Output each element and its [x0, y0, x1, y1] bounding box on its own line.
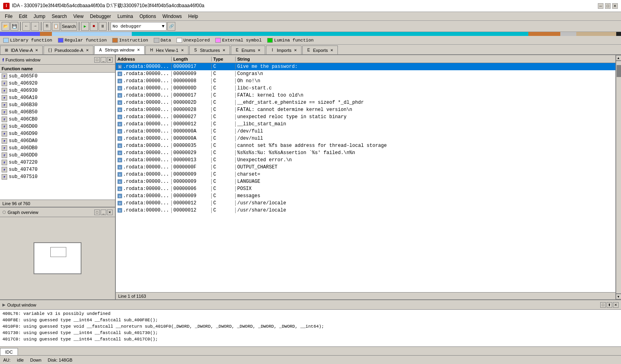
- tab-imports[interactable]: I Imports ✕: [266, 46, 302, 54]
- function-row[interactable]: fsub_406DA0: [0, 137, 115, 144]
- string-row[interactable]: s .rodata:00000... 00000017 C Give me th…: [116, 63, 615, 70]
- function-row[interactable]: fsub_406920: [0, 80, 115, 87]
- tab-close-ida-view-a[interactable]: ✕: [34, 48, 39, 53]
- save-button[interactable]: 💾: [10, 22, 18, 31]
- menu-view[interactable]: View: [70, 13, 87, 20]
- functions-panel-minimize[interactable]: _: [101, 57, 106, 63]
- function-row[interactable]: fsub_406DD0: [0, 152, 115, 159]
- string-row[interactable]: s .rodata:00000... 00000027 C unexpected…: [116, 113, 615, 121]
- function-row[interactable]: fsub_406D00: [0, 123, 115, 130]
- function-row[interactable]: fsub_407220: [0, 159, 115, 166]
- string-type: C: [212, 150, 236, 156]
- pause-button[interactable]: ⏸: [99, 22, 107, 31]
- tab-structures[interactable]: S Structures ✕: [189, 46, 230, 54]
- string-row[interactable]: s .rodata:00000... 00000013 C Unexpected…: [116, 156, 615, 164]
- forward-button[interactable]: →: [31, 22, 39, 31]
- string-row[interactable]: s .rodata:00000... 00000009 C messages: [116, 192, 615, 200]
- tab-close-exports[interactable]: ✕: [329, 48, 334, 53]
- function-row[interactable]: fsub_406930: [0, 87, 115, 94]
- output-panel-float[interactable]: □: [600, 302, 606, 308]
- menu-options[interactable]: Options: [136, 13, 159, 20]
- function-row[interactable]: fsub_406B30: [0, 101, 115, 109]
- window-controls[interactable]: ─ □ ✕: [598, 3, 618, 9]
- restore-button[interactable]: □: [605, 3, 611, 9]
- string-row[interactable]: s .rodata:00000... 00000009 C Congras\n: [116, 70, 615, 77]
- string-row[interactable]: s .rodata:00000... 0000000A C /dev/null: [116, 135, 615, 142]
- menu-help[interactable]: Help: [185, 13, 201, 20]
- function-row[interactable]: fsub_406A10: [0, 94, 115, 101]
- string-row[interactable]: s .rodata:00000... 00000012 C /usr/share…: [116, 200, 615, 207]
- functions-list[interactable]: fsub_4065F0fsub_406920fsub_406930fsub_40…: [0, 73, 115, 200]
- right-scrollbar[interactable]: ▲ ▼: [615, 55, 621, 299]
- tab-hex-view-1[interactable]: H Hex View-1 ✕: [145, 46, 188, 54]
- tab-close-enums[interactable]: ✕: [257, 48, 262, 53]
- string-row[interactable]: s .rodata:00000... 0000000A C /dev/full: [116, 128, 615, 135]
- tab-strings-window[interactable]: A Strings window ✕: [94, 46, 145, 54]
- output-panel-maximize[interactable]: ⬆: [607, 302, 612, 308]
- graph-panel-close[interactable]: ✕: [107, 210, 113, 215]
- copy-button[interactable]: ⎘: [43, 22, 51, 31]
- string-row[interactable]: s .rodata:00000... 00000029 C %s%s%s:%u:…: [116, 149, 615, 156]
- graph-panel-float[interactable]: □: [94, 210, 100, 215]
- tab-pseudocode-a[interactable]: { } Pseudocode-A ✕: [44, 46, 93, 54]
- menu-lumina[interactable]: Lumina: [114, 13, 136, 20]
- back-button[interactable]: ←: [22, 22, 30, 31]
- string-length: 0000000A: [172, 136, 212, 141]
- string-row[interactable]: s .rodata:00000... 0000002D C __ehdr_sta…: [116, 99, 615, 106]
- string-row[interactable]: s .rodata:00000... 00000009 C charset=: [116, 171, 615, 178]
- menu-debugger[interactable]: Debugger: [87, 13, 114, 20]
- string-row[interactable]: s .rodata:00000... 0000000F C OUTPUT_CHA…: [116, 164, 615, 171]
- function-row[interactable]: fsub_4065F0: [0, 73, 115, 80]
- string-row[interactable]: s .rodata:00000... 00000009 C LANGUAGE: [116, 178, 615, 185]
- strings-list[interactable]: s .rodata:00000... 00000017 C Give me th…: [116, 63, 615, 292]
- function-row[interactable]: fsub_406CB0: [0, 116, 115, 123]
- function-row[interactable]: fsub_407510: [0, 173, 115, 180]
- function-row[interactable]: fsub_407470: [0, 166, 115, 173]
- graph-panel-minimize[interactable]: _: [101, 210, 106, 215]
- function-row[interactable]: fsub_406B50: [0, 109, 115, 116]
- debugger-dropdown[interactable]: No debugger ▼: [111, 22, 167, 31]
- function-row[interactable]: fsub_406DB0: [0, 144, 115, 152]
- string-row[interactable]: s .rodata:00000... 00000028 C FATAL: can…: [116, 106, 615, 113]
- scroll-track[interactable]: [616, 61, 621, 294]
- search-button[interactable]: Search: [61, 22, 77, 31]
- string-row[interactable]: s .rodata:00000... 00000012 C __libc_sta…: [116, 121, 615, 128]
- string-row[interactable]: s .rodata:00000... 00000006 C POSIX: [116, 185, 615, 192]
- menu-search[interactable]: Search: [48, 13, 70, 20]
- string-row[interactable]: s .rodata:00000... 00000012 C /usr/share…: [116, 207, 615, 214]
- scroll-thumb[interactable]: [617, 65, 621, 77]
- menu-edit[interactable]: Edit: [16, 13, 30, 20]
- string-row[interactable]: s .rodata:00000... 00000017 C FATAL: ker…: [116, 92, 615, 99]
- menu-jump[interactable]: Jump: [30, 13, 48, 20]
- string-value: /dev/full: [236, 129, 615, 134]
- attach-button[interactable]: 🔗: [167, 22, 175, 31]
- app-icon: I: [3, 3, 10, 9]
- functions-panel-float[interactable]: □: [94, 57, 100, 63]
- function-row[interactable]: fsub_406D90: [0, 130, 115, 137]
- string-row[interactable]: s .rodata:00000... 00000008 C Oh no!\n: [116, 77, 615, 85]
- open-button[interactable]: 📂: [2, 22, 10, 31]
- tab-ida-view-a[interactable]: ⊞ IDA View-A ✕: [0, 46, 43, 54]
- minimize-button[interactable]: ─: [598, 3, 603, 9]
- stop-button[interactable]: ■: [90, 22, 98, 31]
- tab-enums[interactable]: E Enums ✕: [231, 46, 265, 54]
- tab-close-hex-view-1[interactable]: ✕: [180, 48, 185, 53]
- string-row[interactable]: s .rodata:00000... 0000000D C libc-start…: [116, 85, 615, 92]
- run-button[interactable]: ▶: [81, 22, 89, 31]
- menu-file[interactable]: File: [2, 13, 16, 20]
- func-icon: f: [2, 152, 7, 158]
- paste-button[interactable]: 📋: [52, 22, 60, 31]
- scroll-down-arrow[interactable]: ▼: [616, 294, 621, 299]
- close-button[interactable]: ✕: [612, 3, 618, 9]
- scroll-up-arrow[interactable]: ▲: [616, 55, 621, 61]
- tab-close-pseudocode-a[interactable]: ✕: [85, 48, 90, 53]
- tab-close-structures[interactable]: ✕: [222, 48, 226, 53]
- menu-windows[interactable]: Windows: [159, 13, 185, 20]
- tab-close-strings-window[interactable]: ✕: [136, 47, 141, 52]
- output-panel-close[interactable]: ✕: [613, 302, 619, 308]
- tab-close-imports[interactable]: ✕: [293, 48, 298, 53]
- output-tab-idc[interactable]: IDC: [0, 348, 18, 355]
- string-row[interactable]: s .rodata:00000... 00000035 C cannot set…: [116, 142, 615, 149]
- functions-panel-close[interactable]: ✕: [107, 57, 113, 63]
- tab-exports[interactable]: E Exports ✕: [302, 46, 338, 54]
